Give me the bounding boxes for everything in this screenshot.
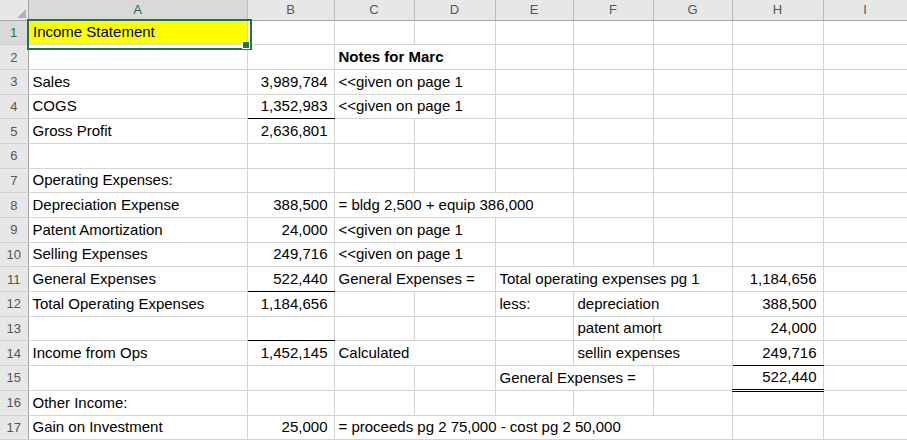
row-header-16[interactable]: 16 <box>0 390 28 415</box>
row-header-14[interactable]: 14 <box>0 341 28 366</box>
cell-E1[interactable] <box>495 20 573 45</box>
cell-I6[interactable] <box>823 143 907 168</box>
column-header-G[interactable]: G <box>653 0 732 20</box>
cell-B16[interactable] <box>247 390 334 415</box>
row-header-11[interactable]: 11 <box>0 267 28 292</box>
cell-G10[interactable] <box>653 242 732 267</box>
cell-H4[interactable] <box>732 94 823 119</box>
cell-B10[interactable]: 249,716 <box>247 242 334 267</box>
cell-F3[interactable] <box>573 69 653 94</box>
cell-F4[interactable] <box>573 94 653 119</box>
row-header-8[interactable]: 8 <box>0 193 28 218</box>
row-header-13[interactable]: 13 <box>0 316 28 341</box>
cell-A1[interactable]: Income Statement <box>28 20 247 45</box>
cell-B7[interactable] <box>247 168 334 193</box>
cell-F16[interactable] <box>573 390 653 415</box>
cell-D15[interactable] <box>414 366 495 391</box>
cell-G1[interactable] <box>653 20 732 45</box>
cell-G16[interactable] <box>653 390 732 415</box>
cell-A6[interactable] <box>28 143 247 168</box>
cell-C7[interactable] <box>334 168 414 193</box>
row-header-4[interactable]: 4 <box>0 94 28 119</box>
cell-E16[interactable] <box>495 390 573 415</box>
cell-A16[interactable]: Other Income: <box>28 390 247 415</box>
cell-I2[interactable] <box>823 45 907 70</box>
cell-H11[interactable]: 1,184,656 <box>732 267 823 292</box>
cell-B15[interactable] <box>247 366 334 391</box>
cell-I13[interactable] <box>823 316 907 341</box>
cell-H14[interactable]: 249,716 <box>732 341 823 366</box>
cell-I10[interactable] <box>823 242 907 267</box>
cell-I17[interactable] <box>823 415 907 440</box>
cell-D5[interactable] <box>414 119 495 144</box>
cell-A5[interactable]: Gross Profit <box>28 119 247 144</box>
cell-E15[interactable]: General Expenses = <box>495 366 653 391</box>
cell-A12[interactable]: Total Operating Expenses <box>28 292 247 317</box>
cell-C12[interactable] <box>334 292 414 317</box>
column-header-H[interactable]: H <box>732 0 823 20</box>
cell-A17[interactable]: Gain on Investment <box>28 415 247 440</box>
cell-F9[interactable] <box>573 218 653 243</box>
row-header-17[interactable]: 17 <box>0 415 28 440</box>
row-header-12[interactable]: 12 <box>0 292 28 317</box>
cell-A9[interactable]: Patent Amortization <box>28 218 247 243</box>
row-header-9[interactable]: 9 <box>0 218 28 243</box>
row-header-6[interactable]: 6 <box>0 143 28 168</box>
cell-E5[interactable] <box>495 119 573 144</box>
column-header-C[interactable]: C <box>334 0 414 20</box>
row-header-3[interactable]: 3 <box>0 69 28 94</box>
cell-G6[interactable] <box>653 143 732 168</box>
cell-B14[interactable]: 1,452,145 <box>247 341 334 366</box>
cell-I16[interactable] <box>823 390 907 415</box>
row-header-5[interactable]: 5 <box>0 119 28 144</box>
cell-H3[interactable] <box>732 69 823 94</box>
cell-E4[interactable] <box>495 94 573 119</box>
cell-I1[interactable] <box>823 20 907 45</box>
row-header-2[interactable]: 2 <box>0 45 28 70</box>
cell-I8[interactable] <box>823 193 907 218</box>
cell-G5[interactable] <box>653 119 732 144</box>
cell-H9[interactable] <box>732 218 823 243</box>
column-header-D[interactable]: D <box>414 0 495 20</box>
cell-I11[interactable] <box>823 267 907 292</box>
row-header-7[interactable]: 7 <box>0 168 28 193</box>
cell-E10[interactable] <box>495 242 573 267</box>
cell-C10[interactable]: <<given on page 1 <box>334 242 495 267</box>
cell-H8[interactable] <box>732 193 823 218</box>
cell-F12[interactable]: depreciation <box>573 292 732 317</box>
cell-B3[interactable]: 3,989,784 <box>247 69 334 94</box>
cell-A11[interactable]: General Expenses <box>28 267 247 292</box>
cell-G3[interactable] <box>653 69 732 94</box>
cell-D16[interactable] <box>414 390 495 415</box>
cell-C4[interactable]: <<given on page 1 <box>334 94 495 119</box>
cell-A15[interactable] <box>28 366 247 391</box>
cell-G8[interactable] <box>653 193 732 218</box>
cell-I15[interactable] <box>823 366 907 391</box>
cell-H17[interactable] <box>732 415 823 440</box>
column-header-B[interactable]: B <box>247 0 334 20</box>
cell-C14[interactable]: Calculated <box>334 341 495 366</box>
cell-C17[interactable]: = proceeds pg 2 75,000 - cost pg 2 50,00… <box>334 415 732 440</box>
cell-B9[interactable]: 24,000 <box>247 218 334 243</box>
cell-C2[interactable]: Notes for Marc <box>334 45 495 70</box>
cell-F6[interactable] <box>573 143 653 168</box>
cell-D13[interactable] <box>414 316 495 341</box>
cell-C15[interactable] <box>334 366 414 391</box>
cell-H12[interactable]: 388,500 <box>732 292 823 317</box>
cell-B17[interactable]: 25,000 <box>247 415 334 440</box>
column-header-E[interactable]: E <box>495 0 573 20</box>
cell-E3[interactable] <box>495 69 573 94</box>
row-header-1[interactable]: 1 <box>0 20 28 45</box>
cell-D7[interactable] <box>414 168 495 193</box>
cell-F2[interactable] <box>573 45 653 70</box>
cell-E2[interactable] <box>495 45 573 70</box>
cell-G9[interactable] <box>653 218 732 243</box>
cell-I7[interactable] <box>823 168 907 193</box>
cell-C11[interactable]: General Expenses = <box>334 267 495 292</box>
cell-G2[interactable] <box>653 45 732 70</box>
cell-I5[interactable] <box>823 119 907 144</box>
cell-H1[interactable] <box>732 20 823 45</box>
cell-A3[interactable]: Sales <box>28 69 247 94</box>
cell-F14[interactable]: sellin expenses <box>573 341 732 366</box>
cell-H5[interactable] <box>732 119 823 144</box>
